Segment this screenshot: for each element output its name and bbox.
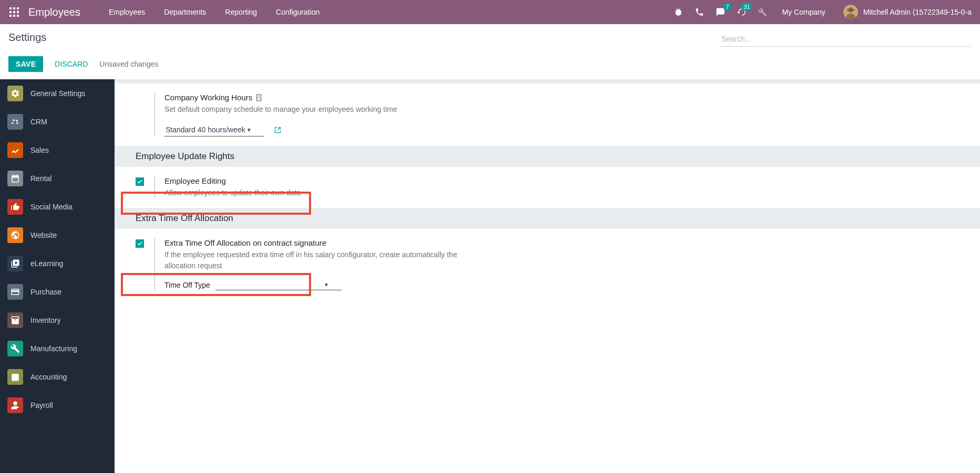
setting-extra-timeoff-desc: If the employee requested extra time off… — [164, 249, 461, 271]
sidebar-label: Inventory — [30, 316, 61, 324]
search-input[interactable] — [719, 31, 972, 47]
sidebar-item-website[interactable]: Website — [0, 221, 115, 249]
setting-employee-editing-title: Employee Editing — [164, 176, 226, 185]
setting-extra-timeoff-title: Extra Time Off Allocation on contract si… — [164, 238, 326, 247]
sidebar-label: Sales — [30, 146, 49, 154]
sidebar-label: Social Media — [30, 203, 73, 211]
discard-button[interactable]: DISCARD — [53, 56, 90, 72]
extra-timeoff-checkbox[interactable] — [136, 239, 144, 248]
user-menu[interactable]: Mitchell Admin (15722349-15-0-a — [839, 5, 972, 19]
sidebar-label: eLearning — [30, 259, 63, 268]
svg-rect-8 — [17, 15, 19, 17]
svg-rect-4 — [13, 11, 15, 13]
nav-configuration[interactable]: Configuration — [266, 0, 329, 24]
sidebar-label: CRM — [30, 118, 47, 126]
employee-editing-checkbox[interactable] — [136, 177, 144, 186]
settings-main: Work Organization Company Working Hours … — [115, 79, 980, 321]
action-bar: SAVE DISCARD Unsaved changes — [0, 47, 980, 79]
messages-icon[interactable]: 7 — [715, 6, 726, 18]
sidebar-item-purchase[interactable]: Purchase — [0, 278, 115, 306]
setting-employee-editing-desc: Allow employees to update their own data — [164, 187, 461, 198]
svg-rect-5 — [17, 11, 19, 13]
chevron-down-icon: ▼ — [246, 127, 252, 133]
unsaved-status: Unsaved changes — [99, 60, 158, 68]
sidebar-item-social[interactable]: Social Media — [0, 193, 115, 221]
page-title: Settings — [8, 31, 46, 44]
money-icon — [7, 369, 23, 385]
setting-working-hours-desc: Set default company schedule to manage y… — [164, 104, 461, 115]
sidebar-label: Website — [30, 231, 57, 239]
svg-rect-6 — [9, 15, 12, 17]
svg-rect-3 — [9, 11, 12, 13]
sidebar-item-crm[interactable]: CRM — [0, 108, 115, 136]
settings-sidebar: General Settings CRM Sales Rental Social… — [0, 79, 115, 473]
svg-rect-0 — [9, 7, 12, 9]
sidebar-item-manufacturing[interactable]: Manufacturing — [0, 334, 115, 363]
sidebar-label: Rental — [30, 174, 51, 183]
nav-employees[interactable]: Employees — [99, 0, 154, 24]
sidebar-item-general[interactable]: General Settings — [0, 79, 115, 108]
avatar — [843, 5, 858, 19]
building-icon — [255, 93, 264, 102]
timeoff-type-label: Time Off Type — [164, 281, 210, 289]
external-link-icon[interactable] — [274, 126, 282, 134]
calendar-icon — [7, 171, 23, 186]
tools-icon[interactable] — [757, 6, 768, 18]
nav-menu: Employees Departments Reporting Configur… — [99, 0, 329, 24]
activities-icon[interactable]: 31 — [736, 6, 747, 18]
company-selector[interactable]: My Company — [778, 8, 829, 16]
app-name[interactable]: Employees — [28, 6, 80, 18]
nav-reporting[interactable]: Reporting — [215, 0, 266, 24]
sidebar-label: Purchase — [30, 288, 61, 296]
handshake-icon — [7, 114, 23, 130]
section-work-organization-header: Work Organization — [115, 79, 980, 83]
chart-icon — [7, 142, 23, 158]
sidebar-item-elearning[interactable]: eLearning — [0, 249, 115, 278]
sidebar-item-sales[interactable]: Sales — [0, 136, 115, 164]
sidebar-label: General Settings — [30, 89, 85, 98]
sidebar-item-accounting[interactable]: Accounting — [0, 363, 115, 391]
save-button[interactable]: SAVE — [8, 56, 43, 72]
svg-rect-13 — [257, 94, 261, 101]
sidebar-item-inventory[interactable]: Inventory — [0, 306, 115, 334]
svg-rect-2 — [17, 7, 19, 9]
timeoff-type-select[interactable]: ▼ — [215, 280, 342, 290]
activities-badge: 31 — [741, 3, 752, 10]
section-extra-timeoff-header: Extra Time Off Allocation — [115, 208, 980, 229]
sidebar-item-payroll[interactable]: Payroll — [0, 391, 115, 419]
card-icon — [7, 284, 23, 300]
bug-icon[interactable] — [673, 6, 684, 18]
section-update-rights-header: Employee Update Rights — [115, 146, 980, 167]
book-icon — [7, 256, 23, 271]
thumbs-up-icon — [7, 199, 23, 215]
setting-working-hours-title: Company Working Hours — [164, 93, 252, 102]
user-name: Mitchell Admin (15722349-15-0-a — [863, 8, 972, 16]
chevron-down-icon: ▼ — [324, 282, 329, 288]
sidebar-item-rental[interactable]: Rental — [0, 164, 115, 193]
phone-icon[interactable] — [694, 6, 705, 18]
svg-rect-7 — [13, 15, 15, 17]
wrench-icon — [7, 341, 23, 356]
box-icon — [7, 312, 23, 328]
user-icon — [7, 397, 23, 413]
page-header: Settings — [0, 24, 980, 47]
globe-icon — [7, 227, 23, 243]
sidebar-label: Accounting — [30, 373, 67, 381]
working-hours-select[interactable]: Standard 40 hours/week ▼ — [164, 123, 264, 136]
nav-departments[interactable]: Departments — [154, 0, 215, 24]
gear-icon — [7, 86, 23, 101]
top-nav: Employees Employees Departments Reportin… — [0, 0, 980, 24]
main-scroller[interactable]: Work Organization Company Working Hours … — [115, 79, 980, 473]
sidebar-label: Payroll — [30, 401, 53, 409]
sidebar-label: Manufacturing — [30, 344, 77, 353]
messages-badge: 7 — [723, 3, 731, 10]
svg-rect-1 — [13, 7, 15, 9]
svg-rect-12 — [847, 9, 855, 11]
apps-icon[interactable] — [8, 6, 20, 18]
